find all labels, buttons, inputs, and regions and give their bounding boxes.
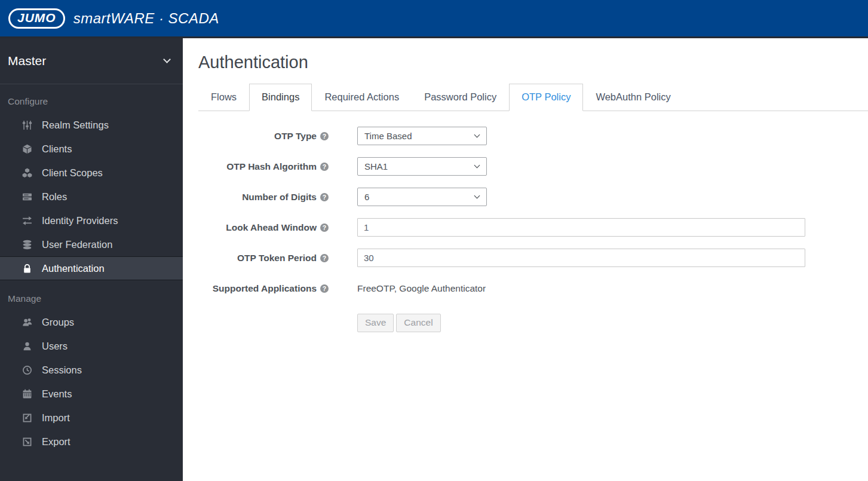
chevron-down-icon [474, 193, 480, 199]
sidebar-item-identity-providers[interactable]: Identity Providers [0, 209, 183, 232]
otp-hash-algorithm-select[interactable]: SHA1 [357, 157, 487, 176]
otp-hash-algorithm-value: SHA1 [364, 161, 388, 171]
sidebar-item-label: Identity Providers [42, 215, 118, 226]
sidebar: Master Configure Realm Settings Clients … [0, 38, 183, 481]
app-header: JUMO smartWARE · SCADA [0, 0, 868, 38]
lock-icon [21, 264, 33, 274]
otp-type-label: OTP Type [274, 131, 317, 142]
tab-otp-policy[interactable]: OTP Policy [509, 84, 583, 111]
otp-policy-form: OTP Type ? Time Based OTP Hash Algorithm… [183, 127, 868, 332]
sidebar-item-client-scopes[interactable]: Client Scopes [0, 161, 183, 185]
sidebar-item-sessions[interactable]: Sessions [0, 358, 183, 382]
calendar-icon [21, 389, 33, 399]
sidebar-item-user-federation[interactable]: User Federation [0, 232, 183, 256]
look-ahead-window-input[interactable] [357, 218, 805, 237]
page-title: Authentication [198, 53, 868, 72]
exchange-icon [21, 216, 33, 226]
sidebar-item-clients[interactable]: Clients [0, 137, 183, 161]
section-label-manage: Manage [0, 280, 183, 310]
help-icon[interactable]: ? [320, 193, 329, 201]
sidebar-item-label: Import [42, 412, 70, 424]
clock-icon [21, 365, 33, 375]
look-ahead-window-label: Look Ahead Window [226, 222, 317, 233]
otp-token-period-label: OTP Token Period [237, 253, 317, 264]
tab-bindings[interactable]: Bindings [249, 84, 312, 111]
export-icon [21, 437, 33, 447]
sidebar-item-import[interactable]: Import [0, 406, 183, 430]
cube-icon [21, 144, 33, 154]
tab-flows[interactable]: Flows [198, 84, 249, 111]
help-icon[interactable]: ? [320, 223, 329, 232]
sliders-icon [21, 120, 33, 130]
sidebar-item-roles[interactable]: Roles [0, 185, 183, 209]
sidebar-item-label: Roles [42, 191, 67, 203]
sidebar-item-label: Clients [42, 143, 72, 155]
supported-applications-label: Supported Applications [213, 283, 317, 294]
otp-type-select[interactable]: Time Based [357, 127, 487, 145]
number-of-digits-select[interactable]: 6 [357, 188, 487, 206]
sidebar-item-authentication[interactable]: Authentication [0, 256, 183, 280]
sidebar-item-realm-settings[interactable]: Realm Settings [0, 113, 183, 137]
sidebar-item-label: Sessions [42, 364, 82, 376]
user-icon [21, 341, 33, 351]
sidebar-item-events[interactable]: Events [0, 382, 183, 406]
help-icon[interactable]: ? [320, 132, 329, 140]
form-row-otp-type: OTP Type ? Time Based [198, 127, 868, 145]
chevron-down-icon [474, 132, 480, 138]
sidebar-item-export[interactable]: Export [0, 430, 183, 454]
otp-token-period-input[interactable] [357, 249, 805, 267]
help-icon[interactable]: ? [320, 254, 329, 262]
main-content: Authentication Flows Bindings Required A… [183, 38, 868, 481]
otp-hash-algorithm-label: OTP Hash Algorithm [226, 161, 317, 172]
tab-password-policy[interactable]: Password Policy [412, 84, 509, 111]
groups-icon [21, 317, 33, 327]
sidebar-item-label: User Federation [42, 239, 112, 250]
jumo-logo: JUMO [8, 8, 65, 29]
section-label-configure: Configure [0, 84, 183, 113]
sidebar-item-label: Realm Settings [42, 120, 109, 131]
roles-icon [21, 192, 33, 202]
sidebar-item-users[interactable]: Users [0, 334, 183, 358]
cubes-icon [21, 168, 33, 178]
form-row-otp-hash-algorithm: OTP Hash Algorithm ? SHA1 [198, 157, 868, 176]
sidebar-item-label: Export [42, 436, 70, 448]
realm-selector[interactable]: Master [0, 38, 183, 84]
chevron-down-icon [163, 56, 171, 63]
otp-type-value: Time Based [364, 131, 412, 141]
supported-applications-value: FreeOTP, Google Authenticator [357, 283, 486, 294]
sidebar-item-label: Users [42, 341, 68, 352]
product-name: smartWARE · SCADA [73, 10, 219, 27]
save-button[interactable]: Save [357, 314, 394, 332]
sidebar-item-label: Client Scopes [42, 167, 103, 179]
tab-webauthn-policy[interactable]: WebAuthn Policy [583, 84, 683, 111]
tab-required-actions[interactable]: Required Actions [312, 84, 412, 111]
cancel-button[interactable]: Cancel [396, 314, 440, 332]
tab-bar: Flows Bindings Required Actions Password… [198, 84, 868, 111]
number-of-digits-label: Number of Digits [242, 192, 317, 203]
form-row-otp-token-period: OTP Token Period ? [198, 249, 868, 267]
realm-name: Master [8, 54, 46, 68]
help-icon[interactable]: ? [320, 163, 329, 171]
sidebar-item-label: Authentication [42, 263, 105, 274]
number-of-digits-value: 6 [364, 192, 369, 202]
form-row-look-ahead-window: Look Ahead Window ? [198, 218, 868, 237]
chevron-down-icon [474, 163, 480, 168]
sidebar-item-label: Events [42, 388, 72, 400]
import-icon [21, 413, 33, 423]
database-icon [21, 240, 33, 250]
sidebar-item-label: Groups [42, 317, 74, 328]
form-row-buttons: Save Cancel [198, 314, 868, 332]
form-row-number-of-digits: Number of Digits ? 6 [198, 188, 868, 206]
form-row-supported-applications: Supported Applications ? FreeOTP, Google… [198, 279, 868, 298]
sidebar-item-groups[interactable]: Groups [0, 310, 183, 334]
help-icon[interactable]: ? [320, 284, 329, 293]
